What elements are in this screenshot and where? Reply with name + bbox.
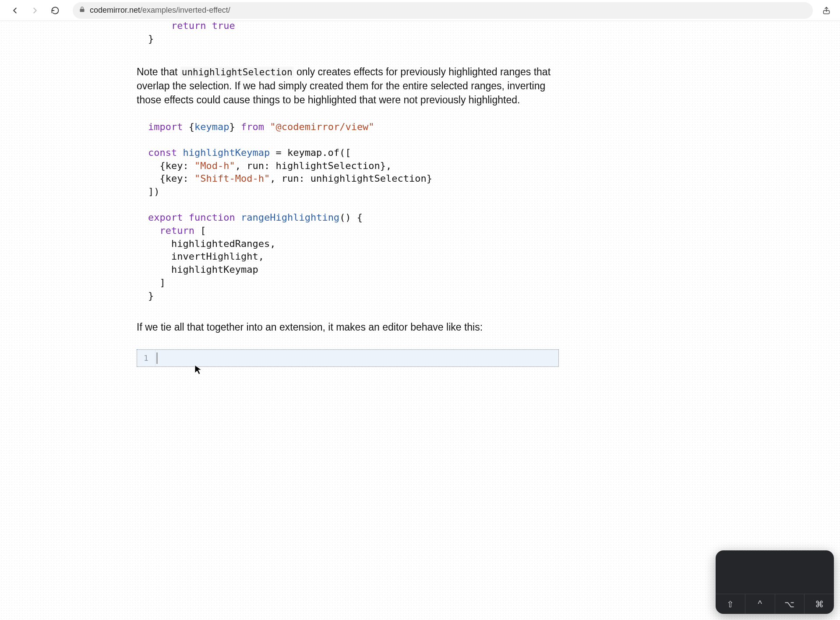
command-key-button[interactable]: ⌘ xyxy=(805,594,834,614)
url-path: /examples/inverted-effect/ xyxy=(140,6,230,14)
editor-container: 1 xyxy=(137,349,559,367)
modifier-keys-overlay: ⇧ ^ ⌥ ⌘ xyxy=(716,550,834,614)
article: return true } Note that unhighlightSelec… xyxy=(137,21,561,367)
shift-icon: ⇧ xyxy=(727,599,734,609)
line-number: 1 xyxy=(144,353,148,363)
code-line: } xyxy=(148,33,154,44)
option-key-button[interactable]: ⌥ xyxy=(775,594,805,614)
ctrl-icon: ^ xyxy=(758,599,762,609)
url-text: codemirror.net/examples/inverted-effect/ xyxy=(90,6,230,15)
code-block: import {keymap} from "@codemirror/view" … xyxy=(148,120,561,303)
page-content: return true } Note that unhighlightSelec… xyxy=(0,21,840,620)
back-button[interactable] xyxy=(7,3,23,18)
option-icon: ⌥ xyxy=(784,599,794,609)
overlay-body xyxy=(716,550,834,594)
url-host: codemirror.net xyxy=(90,6,140,14)
overlay-toolbar: ⇧ ^ ⌥ ⌘ xyxy=(716,594,834,614)
forward-button[interactable] xyxy=(27,3,43,18)
ctrl-key-button[interactable]: ^ xyxy=(745,594,775,614)
browser-toolbar: codemirror.net/examples/inverted-effect/ xyxy=(0,0,840,21)
code-line: return true xyxy=(148,21,235,31)
share-button[interactable] xyxy=(820,4,833,17)
paragraph: If we tie all that together into an exte… xyxy=(137,321,561,335)
paragraph: Note that unhighlightSelection only crea… xyxy=(137,65,561,107)
shift-key-button[interactable]: ⇧ xyxy=(716,594,745,614)
editor-content[interactable] xyxy=(155,350,558,366)
address-bar[interactable]: codemirror.net/examples/inverted-effect/ xyxy=(73,2,813,19)
code-fragment-top: return true } xyxy=(148,21,561,45)
command-icon: ⌘ xyxy=(815,599,824,609)
inline-code: unhighlightSelection xyxy=(180,67,294,78)
lock-icon xyxy=(79,6,85,14)
text-caret xyxy=(157,352,157,364)
line-number-gutter: 1 xyxy=(137,350,155,366)
reload-button[interactable] xyxy=(47,3,63,18)
code-editor[interactable]: 1 xyxy=(137,349,559,367)
